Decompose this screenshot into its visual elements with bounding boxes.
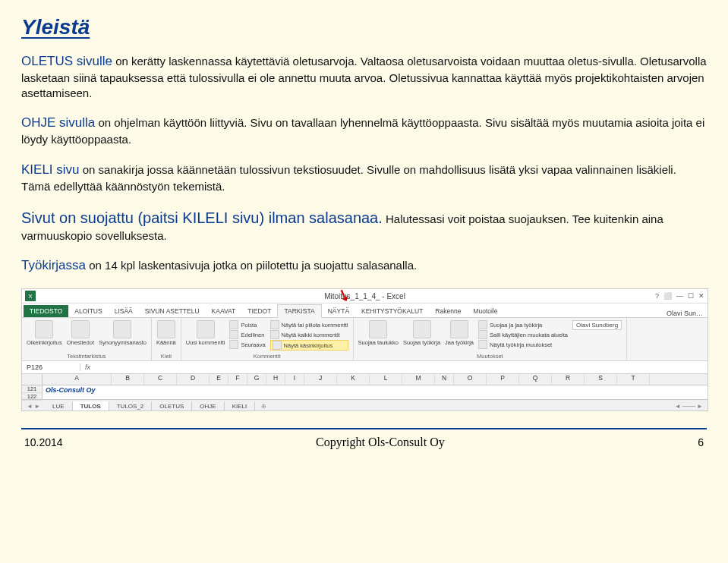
btn-suojaa-taulukko[interactable]: Suojaa taulukko xyxy=(358,320,399,346)
help-icon[interactable]: ? xyxy=(655,292,659,300)
col-L[interactable]: L xyxy=(370,374,402,385)
col-T[interactable]: T xyxy=(617,374,650,385)
minimize-icon[interactable]: — xyxy=(676,292,683,300)
text-oletus: on kerätty laskennassa käytettäviä oletu… xyxy=(21,55,707,99)
lock-sheet-icon xyxy=(369,320,387,338)
btn-seuraava[interactable]: Seuraava xyxy=(229,340,265,349)
tab-aloitus[interactable]: ALOITUS xyxy=(68,305,108,317)
col-P[interactable]: P xyxy=(487,374,519,385)
col-K[interactable]: K xyxy=(337,374,370,385)
btn-nayta-piilota[interactable]: Näytä tai piilota kommentti xyxy=(270,320,348,329)
btn-poista[interactable]: Poista xyxy=(229,320,265,329)
tab-sivun-asettelu[interactable]: SIVUN ASETTELU xyxy=(139,305,206,317)
btn-synonyymisanasto[interactable]: Synonyymisanasto xyxy=(99,320,147,346)
btn-jaa-tyokirja[interactable]: Jaa työkirja xyxy=(445,320,474,346)
btn-oikeinkirjoitus[interactable]: Oikeinkirjoitus xyxy=(27,320,62,346)
col-E[interactable]: E xyxy=(210,374,228,385)
paragraph-oletus: OLETUS sivulle on kerätty laskennassa kä… xyxy=(21,53,707,101)
add-sheet-button[interactable]: ⊕ xyxy=(255,403,273,410)
sheet-oletus[interactable]: OLETUS xyxy=(152,401,192,411)
maximize-icon[interactable]: ☐ xyxy=(688,292,694,300)
next-icon xyxy=(229,340,238,349)
tab-nayta[interactable]: NÄYTÄ xyxy=(322,305,355,317)
footer-page-number: 6 xyxy=(698,436,704,448)
col-N[interactable]: N xyxy=(435,374,454,385)
new-comment-icon xyxy=(197,320,215,338)
excel-screenshot: ➘ X Mitoitus_1_1_4_ - Excel ? ⬜ — ☐ ✕ TI… xyxy=(21,288,708,411)
show-all-icon xyxy=(270,330,279,339)
col-F[interactable]: F xyxy=(228,374,247,385)
user-badge: Olavi Sundberg xyxy=(572,320,622,330)
group-label-tekstintarkistus: Tekstintarkistus xyxy=(67,353,106,360)
sheet-ohje[interactable]: OHJE xyxy=(192,401,224,411)
tab-kehitystyokalut[interactable]: KEHITYSTYÖKALUT xyxy=(355,305,429,317)
research-icon xyxy=(71,320,90,338)
show-hide-icon xyxy=(270,320,279,329)
tab-kaavat[interactable]: KAAVAT xyxy=(206,305,242,317)
text-tyokirja: on 14 kpl laskentasivuja jotka on piilot… xyxy=(86,259,417,272)
cell-company[interactable]: Ols-Consult Oy xyxy=(46,386,96,394)
col-R[interactable]: R xyxy=(552,374,585,385)
share-icon xyxy=(450,320,468,338)
col-J[interactable]: J xyxy=(304,374,337,385)
translate-icon xyxy=(157,320,175,338)
col-B[interactable]: B xyxy=(112,374,144,385)
sheet-nav[interactable]: ◄ ► xyxy=(22,403,45,410)
btn-nayta-kaikki[interactable]: Näytä kaikki kommentit xyxy=(270,330,348,339)
btn-nayta-muutokset[interactable]: Näytä työkirja muutokset xyxy=(478,340,568,349)
sheet-tabs: ◄ ► LUE TULOS TULOS_2 OLETUS OHJE KIELI … xyxy=(22,399,708,411)
hscroll[interactable]: ◄ ─── ► xyxy=(670,403,708,410)
btn-uusi-kommentti[interactable]: Uusi kommentti xyxy=(186,320,225,346)
col-H[interactable]: H xyxy=(266,374,285,385)
col-D[interactable]: D xyxy=(177,374,210,385)
btn-suojaa-ja-jaa[interactable]: Suojaa ja jaa työkirja xyxy=(478,320,568,329)
thesaurus-icon xyxy=(113,320,131,338)
close-icon[interactable]: ✕ xyxy=(698,292,704,300)
select-all-corner[interactable] xyxy=(22,374,43,385)
ribbon-group-tekstintarkistus: Oikeinkirjoitus Ohestiedot Synonyymisana… xyxy=(22,318,152,360)
ribbon-group-muutokset: Suojaa taulukko Suojaa työkirja Jaa työk… xyxy=(354,318,628,360)
tab-tiedosto[interactable]: TIEDOSTO xyxy=(24,305,68,317)
tab-rakenne[interactable]: Rakenne xyxy=(429,305,467,317)
col-I[interactable]: I xyxy=(285,374,304,385)
col-S[interactable]: S xyxy=(585,374,617,385)
ribbon-tabs: TIEDOSTO ALOITUS LISÄÄ SIVUN ASETTELU KA… xyxy=(22,304,708,318)
col-G[interactable]: G xyxy=(247,374,266,385)
btn-salli-muokata[interactable]: Salli käyttäjien muokata alueita xyxy=(478,330,568,339)
tab-tarkista[interactable]: TARKISTA xyxy=(277,304,321,318)
btn-ohestiedot[interactable]: Ohestiedot xyxy=(67,320,94,346)
ribbon-group-kieli: Käännä Kieli xyxy=(152,318,181,360)
ribbon-toggle-icon[interactable]: ⬜ xyxy=(663,292,672,300)
btn-suojaa-tyokirja[interactable]: Suojaa työkirja xyxy=(403,320,440,346)
tab-muotoile[interactable]: Muotoile xyxy=(467,305,503,317)
sheet-tulos[interactable]: TULOS xyxy=(73,401,109,411)
row-122[interactable]: 122 xyxy=(22,393,42,401)
col-O[interactable]: O xyxy=(454,374,487,385)
ribbon-content: Oikeinkirjoitus Ohestiedot Synonyymisana… xyxy=(22,318,708,361)
user-name: Olavi Sun… xyxy=(667,310,703,317)
protect-share-icon xyxy=(478,320,487,329)
name-box[interactable]: P126 xyxy=(22,363,80,371)
sheet-lue[interactable]: LUE xyxy=(45,401,73,411)
col-A[interactable]: A xyxy=(43,374,112,385)
group-label-kieli: Kieli xyxy=(161,353,172,360)
row-121[interactable]: 121 xyxy=(22,385,42,393)
tab-tiedot[interactable]: TIEDOT xyxy=(241,305,277,317)
excel-titlebar: X Mitoitus_1_1_4_ - Excel ? ⬜ — ☐ ✕ xyxy=(22,289,708,304)
fx-label[interactable]: fx xyxy=(80,363,95,371)
col-C[interactable]: C xyxy=(144,374,177,385)
col-M[interactable]: M xyxy=(402,374,435,385)
sheet-tulos2[interactable]: TULOS_2 xyxy=(109,401,153,411)
paragraph-tyokirja: Työkirjassa on 14 kpl laskentasivuja jot… xyxy=(21,257,707,275)
excel-app-icon: X xyxy=(25,291,36,301)
btn-edellinen[interactable]: Edellinen xyxy=(229,330,265,339)
btn-kaanna[interactable]: Käännä xyxy=(156,320,176,346)
ribbon-group-kommentit: Uusi kommentti Poista Edellinen Seuraava… xyxy=(181,318,354,360)
paragraph-kieli: KIELI sivu on sanakirja jossa käännetään… xyxy=(21,162,707,194)
text-ohje: on ohjelman käyttöön liittyviä. Sivu on … xyxy=(21,116,704,146)
tab-lisaa[interactable]: LISÄÄ xyxy=(109,305,139,317)
btn-nayta-kasinkirjoitus[interactable]: Näytä käsinkirjoitus xyxy=(270,340,348,351)
col-Q[interactable]: Q xyxy=(519,374,552,385)
footer-date: 10.2014 xyxy=(24,436,63,448)
sheet-kieli[interactable]: KIELI xyxy=(225,401,256,411)
